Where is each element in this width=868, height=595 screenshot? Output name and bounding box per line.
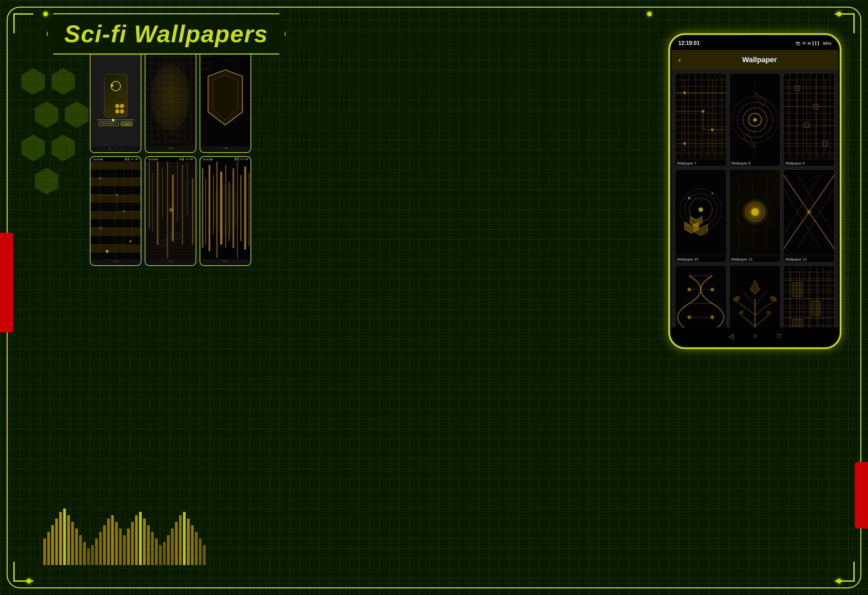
svg-point-270 bbox=[711, 193, 713, 195]
svg-rect-75 bbox=[139, 512, 142, 565]
svg-rect-24 bbox=[152, 171, 153, 231]
svg-rect-82 bbox=[167, 535, 170, 565]
svg-point-2 bbox=[151, 65, 190, 130]
reset-btn[interactable]: Reset Brightness bbox=[99, 122, 119, 126]
svg-rect-28 bbox=[172, 175, 174, 242]
svg-point-35 bbox=[168, 207, 174, 212]
wp-content-6 bbox=[200, 162, 251, 259]
time-5: 10:19 AM bbox=[148, 158, 158, 161]
time-4: 10:19 AM bbox=[93, 158, 103, 161]
svg-marker-303 bbox=[750, 281, 760, 295]
svg-rect-89 bbox=[195, 532, 198, 565]
wp9-image bbox=[784, 74, 834, 158]
svg-text:10110101: 10110101 bbox=[202, 62, 212, 64]
svg-rect-59 bbox=[75, 529, 78, 565]
wallpaper-11-thumb[interactable]: Wallpaper 11 bbox=[729, 169, 781, 262]
svg-rect-79 bbox=[155, 539, 158, 565]
svg-marker-267 bbox=[690, 217, 702, 226]
wallpaper-13-thumb[interactable] bbox=[675, 265, 726, 327]
phones-row-2: 10:19 AM ▎▎▎ ≋ ☐ ⊞ bbox=[90, 156, 251, 266]
svg-line-283 bbox=[784, 175, 821, 235]
slider-thumb[interactable] bbox=[112, 119, 114, 121]
svg-rect-81 bbox=[163, 542, 166, 565]
wifi-off-icon: W bbox=[808, 41, 811, 45]
nav-home-btn[interactable]: ○ bbox=[754, 333, 757, 341]
phone-shield-pattern: 10:19 AM ▎▎▎ ≋ ☐ ⊞ 01001010 10110101 010… bbox=[199, 43, 251, 153]
svg-rect-63 bbox=[91, 545, 94, 565]
svg-point-294 bbox=[687, 315, 691, 319]
wp11-svg bbox=[729, 169, 781, 254]
wp7-svg bbox=[675, 74, 726, 158]
apply-btn[interactable]: ✓ Apply bbox=[121, 122, 133, 126]
wp15-svg bbox=[784, 266, 834, 327]
preview-hexes bbox=[115, 104, 125, 114]
large-header: ‹ Wallpaper bbox=[672, 50, 838, 70]
svg-rect-52 bbox=[47, 532, 50, 565]
wp12-svg bbox=[784, 169, 834, 254]
wp-content-3: 01001010 10110101 01010011 11001010 bbox=[200, 49, 251, 146]
bar-chart bbox=[43, 499, 210, 565]
hex-dec-2 bbox=[52, 68, 75, 95]
svg-point-22 bbox=[130, 240, 131, 242]
wallpaper-7-thumb[interactable]: Wallpaper 7 bbox=[675, 73, 726, 166]
phone-large: 12:19:01 📷 ✉ W ▎▎▎ 94% ‹ Wallpaper bbox=[669, 33, 841, 349]
nav-back-btn[interactable]: ◁ bbox=[729, 333, 734, 341]
phone-bars-pattern: 10:20 AM ▎▎▎ ≋ ☐ ⊞ bbox=[199, 156, 251, 266]
wp-content-2 bbox=[145, 49, 196, 146]
svg-rect-48 bbox=[244, 166, 246, 250]
status-icons: 📷 ✉ W ▎▎▎ 94% bbox=[796, 41, 831, 46]
circuit-svg bbox=[90, 162, 141, 258]
wp8-svg bbox=[729, 77, 781, 162]
svg-rect-38 bbox=[205, 178, 206, 244]
svg-marker-34 bbox=[170, 232, 180, 240]
svg-rect-308 bbox=[784, 271, 834, 327]
wp7-label: Wallpaper 7 bbox=[675, 160, 726, 166]
phone-lines-pattern: 10:19 AM ⊕ ▎▎ ≋ ☐ ⊞ bbox=[145, 156, 196, 266]
wallpaper-9-thumb[interactable]: Wallpaper 9 bbox=[783, 73, 835, 166]
svg-rect-72 bbox=[127, 529, 130, 565]
status-bar-5: 10:19 AM ⊕ ▎▎ ≋ ☐ ⊞ bbox=[145, 157, 196, 162]
svg-rect-91 bbox=[203, 545, 205, 565]
wallpaper-grid: Wallpaper 7 bbox=[675, 73, 835, 327]
red-left-accent bbox=[0, 233, 13, 333]
nav-recent-btn[interactable]: □ bbox=[777, 333, 781, 341]
svg-point-235 bbox=[683, 91, 686, 94]
wp-content-4 bbox=[90, 162, 141, 259]
wp13-svg bbox=[675, 266, 726, 327]
svg-rect-80 bbox=[159, 545, 162, 565]
wallpaper-preview bbox=[104, 74, 127, 117]
svg-point-236 bbox=[702, 110, 704, 113]
svg-rect-66 bbox=[103, 525, 106, 565]
svg-rect-55 bbox=[59, 512, 62, 565]
signal-6: ▎▎▎ ≋ ☐ ⊞ bbox=[235, 158, 248, 161]
wallpaper-15-thumb[interactable] bbox=[783, 265, 835, 327]
brightness-slider[interactable] bbox=[97, 119, 134, 120]
svg-point-21 bbox=[106, 250, 108, 253]
svg-point-20 bbox=[99, 227, 102, 229]
phone-content-1: Reset Brightness ✓ Apply bbox=[90, 56, 141, 146]
svg-rect-77 bbox=[147, 525, 150, 565]
svg-rect-31 bbox=[187, 162, 187, 215]
svg-line-281 bbox=[797, 189, 834, 249]
svg-rect-51 bbox=[43, 539, 46, 565]
svg-line-298 bbox=[755, 315, 769, 327]
svg-line-282 bbox=[797, 175, 834, 235]
wp7-image bbox=[675, 74, 726, 158]
signal-4: ▎▎▎ ≋ ☐ ⊞ bbox=[125, 158, 138, 161]
wallpaper-8-thumb[interactable]: Wallpaper 8 bbox=[729, 73, 781, 166]
wallpaper-10-thumb[interactable]: Wallpaper 10 bbox=[675, 169, 726, 262]
svg-marker-33 bbox=[157, 239, 167, 247]
red-right-accent bbox=[855, 462, 868, 529]
svg-point-295 bbox=[710, 315, 714, 319]
svg-rect-322 bbox=[812, 301, 821, 315]
svg-rect-71 bbox=[123, 535, 126, 565]
large-back-button[interactable]: ‹ bbox=[678, 55, 681, 65]
svg-rect-68 bbox=[111, 515, 114, 565]
wallpaper-list[interactable]: Wallpaper 7 bbox=[672, 70, 838, 327]
svg-rect-49 bbox=[248, 173, 249, 246]
wallpaper-14-thumb[interactable] bbox=[729, 265, 781, 327]
title-container: Sci-fi Wallpapers bbox=[47, 13, 286, 54]
svg-point-293 bbox=[710, 288, 714, 292]
wallpaper-12-thumb[interactable]: Walipaper 12 bbox=[783, 169, 835, 262]
svg-rect-88 bbox=[191, 525, 193, 565]
